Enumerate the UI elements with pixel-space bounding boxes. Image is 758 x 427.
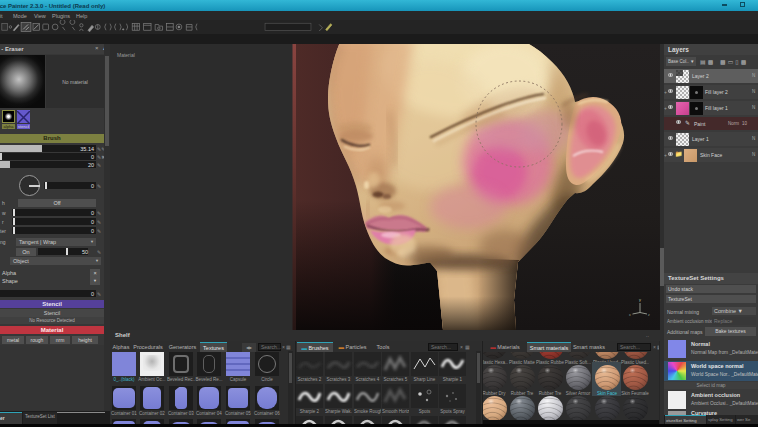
svg-text:x: x xyxy=(629,313,631,317)
svg-text:y: y xyxy=(639,297,641,302)
svg-text:z: z xyxy=(648,313,650,317)
